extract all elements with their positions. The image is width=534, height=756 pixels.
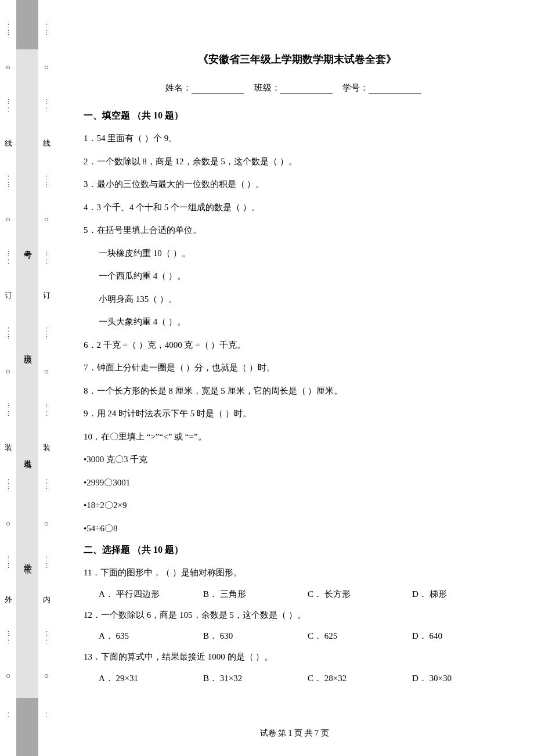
section-1-title: 一、填空题 （共 10 题） (84, 110, 511, 122)
circle-icon: ○ (44, 671, 49, 681)
page-footer: 试卷 第 1 页 共 7 页 (55, 728, 534, 739)
q11-opt-a[interactable]: A． 平行四边形 (99, 589, 197, 600)
question-10-sub-1: •3000 克〇3 千克 (84, 452, 511, 467)
circle-icon: ○ (44, 367, 49, 376)
info-name-label: 姓名： (165, 83, 192, 92)
inner-binding-column: ⋮⋮ ○ ⋮⋮ 线 ⋮⋮ ○ ⋮⋮ 订 ⋮⋮ ○ ⋮⋮ 装 ⋮⋮ ○ ⋮⋮ 内 … (38, 0, 55, 756)
question-8: 8．一个长方形的长是 8 厘米，宽是 5 厘米，它的周长是（ ）厘米。 (84, 384, 511, 399)
question-5-sub-4: 一头大象约重 4（ ）。 (99, 315, 511, 330)
q13-opt-a[interactable]: A． 29×31 (99, 673, 197, 684)
q11-opt-b[interactable]: B． 三角形 (203, 589, 302, 600)
question-3: 3．最小的三位数与最大的一位数的积是（ ）。 (84, 177, 511, 192)
name-label: 姓名： (22, 453, 33, 465)
question-1: 1．54 里面有（ ）个 9。 (84, 131, 511, 146)
q11-opt-d[interactable]: D． 梯形 (412, 589, 511, 600)
circle-icon: ○ (6, 519, 10, 528)
info-name-blank[interactable] (192, 85, 244, 93)
exam-no-label: 考号： (22, 244, 33, 255)
circle-icon: ○ (44, 63, 49, 72)
q13-opt-b[interactable]: B． 31×32 (203, 673, 302, 684)
content-area: 《安徽省三年级上学期数学期末试卷全套》 姓名： 班级： 学号： 一、填空题 （共… (55, 0, 534, 756)
question-11-options: A． 平行四边形 B． 三角形 C． 长方形 D． 梯形 (99, 589, 511, 600)
question-4: 4．3 个千、4 个十和 5 个一组成的数是（ ）。 (84, 200, 511, 215)
question-9: 9．用 24 时计时法表示下午 5 时是（ ）时。 (84, 406, 511, 422)
circle-icon: ○ (6, 671, 10, 681)
circle-icon: ○ (44, 215, 49, 224)
question-6: 6．2 千克 =（ ）克，4000 克 =（ ）千克。 (84, 338, 511, 353)
outer-binding-column: ⋮⋮ ○ ⋮⋮ 线 ⋮⋮ ○ ⋮⋮ 订 ⋮⋮ ○ ⋮⋮ 装 ⋮⋮ ○ ⋮⋮ 外 … (0, 0, 16, 756)
question-5-sub-3: 小明身高 135（ ）。 (99, 292, 511, 307)
question-10-sub-2: •2999〇3001 (84, 476, 511, 491)
binding-marker-zhuang: 装 (43, 442, 50, 453)
circle-icon: ○ (6, 63, 10, 72)
question-2: 2．一个数除以 8，商是 12，余数是 5，这个数是（ ）。 (84, 154, 511, 170)
circle-icon: ○ (6, 367, 10, 376)
section-2-title: 二、选择题 （共 10 题） (84, 544, 511, 556)
exam-page: ⋮⋮ ○ ⋮⋮ 线 ⋮⋮ ○ ⋮⋮ 订 ⋮⋮ ○ ⋮⋮ 装 ⋮⋮ ○ ⋮⋮ 外 … (0, 0, 534, 756)
question-7: 7．钟面上分针走一圈是（ ）分，也就是（ ）时。 (84, 361, 511, 376)
question-12: 12．一个数除以 6，商是 105，余数是 5，这个数是（ ）。 (84, 608, 511, 623)
question-13: 13．下面的算式中，结果最接近 1000 的是（ ）。 (84, 650, 511, 665)
question-5-sub-1: 一块橡皮约重 10（ ）。 (99, 246, 511, 261)
binding-marker-ding: 订 (5, 290, 12, 301)
q12-opt-d[interactable]: D． 640 (412, 631, 511, 642)
q13-opt-d[interactable]: D． 30×30 (412, 673, 511, 684)
question-10: 10．在〇里填上 “>”“<” 或 “=”。 (84, 430, 511, 445)
school-label: 学校： (22, 557, 33, 569)
q13-opt-c[interactable]: C． 28×32 (308, 673, 406, 684)
binding-marker-inner: 内 (43, 595, 50, 605)
binding-marker-zhuang: 装 (5, 442, 12, 453)
question-12-options: A． 635 B． 630 C． 625 D． 640 (99, 631, 511, 642)
question-13-options: A． 29×31 B． 31×32 C． 28×32 D． 30×30 (99, 673, 511, 684)
q12-opt-a[interactable]: A． 635 (99, 631, 197, 642)
circle-icon: ○ (6, 215, 10, 224)
exam-title: 《安徽省三年级上学期数学期末试卷全套》 (84, 52, 511, 66)
question-10-sub-3: •18÷2〇2×9 (84, 498, 511, 513)
student-info-line: 姓名： 班级： 学号： (84, 82, 511, 93)
question-11: 11．下面的图形中，（ ）是轴对称图形。 (84, 566, 511, 581)
class-label: 班级： (22, 348, 33, 360)
binding-marker-outer: 外 (5, 595, 12, 605)
question-5-sub-2: 一个西瓜约重 4（ ）。 (99, 269, 511, 284)
binding-marker-xian: 线 (5, 138, 12, 149)
binding-marker-ding: 订 (43, 290, 50, 301)
info-class-label: 班级： (254, 83, 280, 92)
binding-gray-column: 考号： 班级： 姓名： 学校： (16, 0, 38, 756)
circle-icon: ○ (44, 519, 49, 528)
binding-marker-xian: 线 (43, 138, 50, 149)
info-id-label: 学号： (342, 83, 369, 92)
q11-opt-c[interactable]: C． 长方形 (308, 589, 406, 600)
q12-opt-b[interactable]: B． 630 (203, 631, 302, 642)
question-5: 5．在括号里填上合适的单位。 (84, 223, 511, 238)
q12-opt-c[interactable]: C． 625 (308, 631, 406, 642)
info-id-blank[interactable] (369, 85, 421, 93)
question-10-sub-4: •54÷6〇8 (84, 521, 511, 537)
info-class-blank[interactable] (280, 85, 333, 93)
